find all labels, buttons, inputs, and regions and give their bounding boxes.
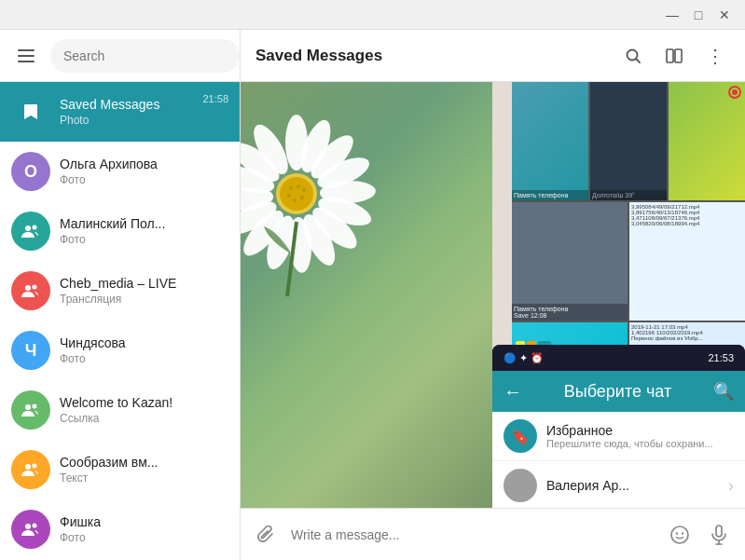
phone-next-name: Валерия Ар... [546, 478, 719, 493]
chat-item-comm[interactable]: Сообразим вм...Текст [0, 440, 240, 499]
chat-preview: Фото [60, 173, 228, 186]
sidebar-header [0, 30, 240, 82]
chat-item-saved[interactable]: Saved MessagesPhoto21:58 [0, 82, 240, 142]
svg-point-42 [676, 532, 678, 534]
screenshot-cell: Память телефона [512, 82, 588, 200]
chat-preview: Трансляция [60, 293, 228, 306]
chat-item-olga[interactable]: ООльга АрхиповаФото [0, 142, 240, 201]
phone-next-info: Валерия Ар... [546, 478, 719, 493]
chat-preview: Ссылка [60, 412, 228, 425]
screenshot-cell: Долгота/ш 39° [590, 82, 667, 200]
chat-item-malinsk[interactable]: Малинский Пол...Фото [0, 201, 240, 261]
chat-title: Saved Messages [255, 47, 607, 65]
chat-info: Сообразим вм...Текст [60, 455, 228, 485]
chat-preview: Фото [60, 233, 228, 246]
svg-point-13 [628, 49, 638, 60]
svg-point-6 [33, 285, 37, 290]
avatar [11, 212, 50, 251]
phone-header: ← Выберите чат 🔍 [492, 371, 745, 412]
svg-point-38 [300, 196, 304, 199]
phone-overlay: 🔵 ✦ ⏰ 21:53 ← Выберите чат 🔍 🔖 Избранное… [492, 345, 745, 508]
chat-name: Ольга Архипова [60, 157, 228, 171]
svg-line-14 [637, 59, 641, 62]
chat-item-welcome[interactable]: Welcome to Kazan!Ссылка [0, 380, 240, 440]
svg-point-4 [33, 225, 37, 230]
chat-time: 21:58 [202, 93, 228, 104]
chat-name: Cheb_media – LIVE [60, 276, 228, 291]
avatar [11, 390, 50, 430]
chat-header: Saved Messages ⋮ [241, 30, 745, 82]
chat-name: Малинский Пол... [60, 216, 228, 231]
svg-point-34 [280, 177, 313, 211]
chat-name: Saved Messages [60, 97, 193, 112]
more-button[interactable]: ⋮ [700, 41, 730, 71]
phone-header-title: Выберите чат [531, 382, 704, 402]
title-bar: — □ ✕ [0, 0, 745, 30]
chat-info: Малинский Пол...Фото [60, 216, 228, 246]
attach-button[interactable] [252, 520, 282, 550]
chat-item-cheb[interactable]: Cheb_media – LIVEТрансляция [0, 261, 240, 321]
chat-info: Ольга АрхиповаФото [60, 157, 228, 186]
close-button[interactable]: ✕ [711, 2, 738, 28]
svg-point-7 [25, 404, 31, 410]
chat-item-fishka[interactable]: ФишкаФото [0, 499, 240, 559]
svg-point-36 [297, 184, 300, 188]
chat-name: Чиндясова [60, 335, 228, 350]
svg-point-5 [25, 285, 31, 291]
avatar: Ч [11, 331, 50, 370]
phone-saved-sub: Перешлите сюда, чтобы сохрани... [546, 438, 734, 449]
daisy-image [241, 82, 492, 508]
svg-point-43 [682, 532, 683, 534]
emoji-button[interactable] [665, 520, 695, 550]
svg-point-3 [25, 225, 31, 231]
chat-info: Saved MessagesPhoto [60, 97, 193, 127]
hamburger-button[interactable] [11, 41, 41, 71]
maximize-button[interactable]: □ [685, 2, 711, 28]
svg-rect-2 [18, 61, 34, 62]
avatar [11, 450, 50, 489]
svg-point-37 [302, 188, 306, 192]
chat-preview: Фото [60, 352, 228, 365]
chat-preview: Фото [60, 531, 228, 544]
svg-point-8 [33, 404, 37, 409]
columns-button[interactable] [659, 41, 689, 71]
phone-next-avatar [504, 469, 537, 502]
status-time: 21:53 [708, 352, 734, 363]
sidebar: Saved MessagesPhoto21:58ООльга АрхиповаФ… [0, 30, 241, 560]
phone-saved-avatar: 🔖 [504, 419, 537, 453]
avatar [11, 510, 50, 549]
svg-point-11 [25, 524, 31, 529]
svg-rect-0 [18, 49, 34, 51]
svg-point-41 [671, 526, 688, 543]
phone-saved-info: Избранное Перешлите сюда, чтобы сохрани.… [546, 423, 734, 449]
screenshot-cell: Память телефонаSave 12:08 [512, 202, 628, 321]
avatar: О [11, 152, 50, 191]
chat-info: Cheb_media – LIVEТрансляция [60, 276, 228, 306]
svg-point-35 [289, 186, 293, 190]
phone-search-icon[interactable]: 🔍 [713, 381, 734, 402]
back-icon[interactable]: ← [504, 381, 522, 403]
chat-name: Сообразим вм... [60, 455, 228, 470]
chat-item-chind[interactable]: ЧЧиндясоваФото [0, 321, 240, 380]
avatar [11, 271, 50, 310]
status-left: 🔵 ✦ ⏰ [504, 352, 544, 364]
chat-preview: Текст [60, 471, 228, 485]
minimize-button[interactable]: — [659, 2, 685, 28]
search-input[interactable] [50, 39, 240, 73]
message-area: Память телефона Долгота/ш 39° Память тел… [241, 82, 745, 508]
main-container: Saved MessagesPhoto21:58ООльга АрхиповаФ… [0, 30, 745, 560]
svg-point-9 [25, 464, 31, 470]
message-input[interactable] [291, 527, 655, 542]
search-button[interactable] [618, 41, 648, 71]
mic-button[interactable] [704, 520, 734, 550]
svg-point-39 [293, 198, 297, 202]
phone-saved-item[interactable]: 🔖 Избранное Перешлите сюда, чтобы сохран… [492, 412, 745, 460]
chat-info: ФишкаФото [60, 514, 228, 544]
svg-rect-16 [675, 49, 682, 62]
phone-next-item[interactable]: Валерия Ар... › [492, 460, 745, 508]
svg-point-12 [33, 524, 37, 528]
svg-point-10 [33, 464, 37, 469]
chat-name: Welcome to Kazan! [60, 395, 228, 410]
chat-area: Saved Messages ⋮ [241, 30, 745, 560]
screenshot-cell: 3,995084/49/09/21712.mp4 3,891756/40/13/… [629, 202, 745, 321]
